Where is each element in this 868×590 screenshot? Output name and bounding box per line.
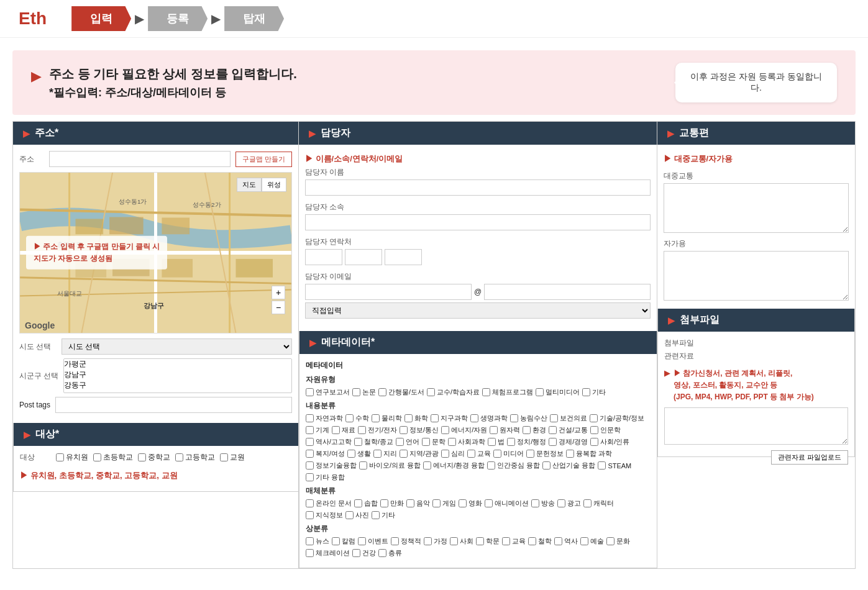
map-tab-satellite[interactable]: 위성 bbox=[262, 178, 286, 192]
cb-steam-check[interactable] bbox=[598, 461, 606, 470]
cb-history-check[interactable] bbox=[306, 438, 314, 446]
cb-literature-check[interactable] bbox=[422, 438, 430, 446]
cb-psych-check[interactable] bbox=[441, 450, 449, 458]
cb-music-check[interactable] bbox=[406, 499, 414, 507]
cb-life2-check[interactable] bbox=[347, 450, 355, 458]
cb-geo-check[interactable] bbox=[373, 450, 381, 458]
cb-experience-check[interactable] bbox=[482, 388, 490, 396]
cb-transport2-check[interactable] bbox=[378, 549, 386, 557]
cb-academic-check[interactable] bbox=[476, 537, 484, 545]
contact-org-input[interactable] bbox=[305, 214, 651, 230]
cb-biofusion-check[interactable] bbox=[359, 461, 367, 470]
cb-humanfusion-check[interactable] bbox=[487, 461, 495, 470]
cb-home-check[interactable] bbox=[424, 537, 432, 545]
cb-math-check[interactable] bbox=[345, 414, 354, 422]
cb-fusionsci-check[interactable] bbox=[566, 450, 574, 458]
cb-event-check[interactable] bbox=[358, 537, 366, 545]
cb-report-check[interactable] bbox=[306, 388, 314, 396]
private-transport-textarea[interactable] bbox=[664, 251, 849, 301]
cb-nuclear-check[interactable] bbox=[490, 426, 498, 434]
cb-agri-check[interactable] bbox=[510, 414, 518, 422]
posttags-input[interactable] bbox=[55, 397, 292, 413]
cb-chemistry-check[interactable] bbox=[404, 414, 413, 422]
cb-society-check[interactable] bbox=[450, 537, 458, 545]
cb-broadcast-check[interactable] bbox=[531, 499, 539, 507]
cb-column-check[interactable] bbox=[332, 537, 340, 545]
cb-animation-check[interactable] bbox=[485, 499, 493, 507]
cb-multimedia-check[interactable] bbox=[536, 388, 544, 396]
cb-recreation-check[interactable] bbox=[306, 549, 314, 557]
cb-paper-check[interactable] bbox=[352, 388, 360, 396]
cb-ict-check[interactable] bbox=[400, 426, 408, 434]
map-zoom-in[interactable]: + bbox=[272, 286, 285, 299]
cb-movie-check[interactable] bbox=[459, 499, 467, 507]
email-domain-select[interactable]: 직접입력 bbox=[305, 302, 651, 319]
cb-photo-check[interactable] bbox=[345, 511, 354, 519]
map-zoom-out[interactable]: − bbox=[272, 301, 285, 314]
cb-art-check[interactable] bbox=[580, 537, 588, 545]
cb-industryfusion-check[interactable] bbox=[542, 461, 550, 470]
cb-energy-check[interactable] bbox=[441, 426, 449, 434]
cb-env-check[interactable] bbox=[523, 426, 531, 434]
middle-checkbox[interactable] bbox=[138, 453, 146, 461]
elementary-checkbox[interactable] bbox=[93, 453, 101, 461]
cb-online-check[interactable] bbox=[306, 499, 314, 507]
cb-welfare-check[interactable] bbox=[306, 450, 314, 458]
cb-socioanthro-check[interactable] bbox=[590, 438, 598, 446]
cb-media-check[interactable] bbox=[493, 450, 501, 458]
step-register[interactable]: 등록 bbox=[148, 6, 208, 31]
cb-law-check[interactable] bbox=[488, 438, 496, 446]
cb-material-check[interactable] bbox=[332, 426, 340, 434]
cb-comic-check[interactable] bbox=[380, 499, 388, 507]
upload-button[interactable]: 관련자료 파일업로드 bbox=[771, 450, 848, 465]
cb-mixed-check[interactable] bbox=[354, 499, 362, 507]
cb-electric-check[interactable] bbox=[358, 426, 366, 434]
cb-edu-check[interactable] bbox=[467, 450, 475, 458]
cb-energyfusion-check[interactable] bbox=[423, 461, 431, 470]
cb-policy-check[interactable] bbox=[391, 537, 399, 545]
cb-economy-check[interactable] bbox=[549, 438, 557, 446]
sigungu-select[interactable]: 가평군 강남구 강동구 bbox=[63, 358, 292, 393]
cb-library-check[interactable] bbox=[526, 450, 534, 458]
cb-health2-check[interactable] bbox=[352, 549, 360, 557]
cb-language-check[interactable] bbox=[396, 438, 404, 446]
cb-social-check[interactable] bbox=[448, 438, 456, 446]
cb-region-check[interactable] bbox=[400, 450, 408, 458]
cb-phil2-check[interactable] bbox=[528, 537, 536, 545]
cb-tech-check[interactable] bbox=[590, 414, 598, 422]
cb-itfusion-check[interactable] bbox=[306, 461, 314, 470]
cb-publication-check[interactable] bbox=[378, 388, 386, 396]
cb-philosophy-check[interactable] bbox=[354, 438, 362, 446]
cb-knowledge-check[interactable] bbox=[306, 511, 314, 519]
cb-otherfusion-check[interactable] bbox=[306, 473, 314, 481]
step-deploy[interactable]: 탑재 bbox=[224, 6, 284, 31]
cb-edu2-check[interactable] bbox=[502, 537, 510, 545]
kindergarten-checkbox[interactable] bbox=[56, 453, 64, 461]
high-checkbox[interactable] bbox=[175, 453, 183, 461]
sido-select[interactable]: 시도 선택 bbox=[62, 338, 292, 355]
cb-culture-check[interactable] bbox=[606, 537, 614, 545]
cb-news-check[interactable] bbox=[306, 537, 314, 545]
contact-name-input[interactable] bbox=[305, 179, 651, 196]
cb-game-check[interactable] bbox=[432, 499, 441, 507]
phone-input-3[interactable] bbox=[385, 249, 422, 265]
cb-earth-check[interactable] bbox=[431, 414, 439, 422]
cb-character-check[interactable] bbox=[583, 499, 592, 507]
step-input[interactable]: 입력 bbox=[71, 6, 131, 31]
cb-hist2-check[interactable] bbox=[554, 537, 562, 545]
public-transport-textarea[interactable] bbox=[664, 183, 849, 233]
phone-input-1[interactable] bbox=[305, 249, 342, 265]
address-field[interactable] bbox=[49, 151, 231, 167]
attach-textarea[interactable] bbox=[664, 407, 848, 445]
cb-health-check[interactable] bbox=[550, 414, 558, 422]
cb-other-type-check[interactable] bbox=[582, 388, 590, 396]
cb-teaching-check[interactable] bbox=[427, 388, 435, 396]
cb-humanities-check[interactable] bbox=[590, 426, 598, 434]
cb-other-media-check[interactable] bbox=[372, 511, 380, 519]
teacher-checkbox[interactable] bbox=[220, 453, 228, 461]
cb-machine-check[interactable] bbox=[306, 426, 314, 434]
cb-construct-check[interactable] bbox=[549, 426, 557, 434]
email-local-input[interactable] bbox=[305, 284, 472, 300]
cb-life-check[interactable] bbox=[470, 414, 478, 422]
cb-natural-check[interactable] bbox=[306, 414, 314, 422]
